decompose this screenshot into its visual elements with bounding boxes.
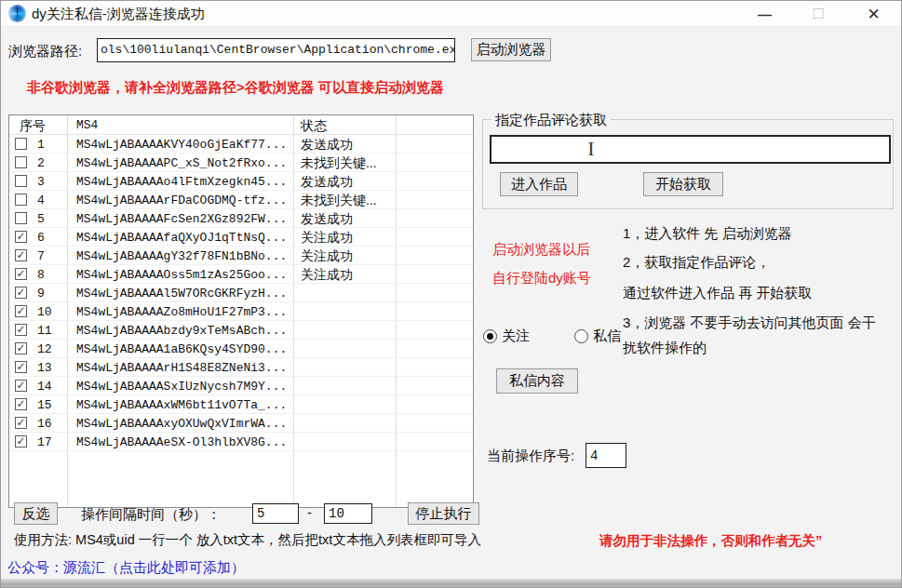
instruction-line: 通过软件进入作品 再 开始获取 bbox=[623, 285, 812, 302]
interval-min-input[interactable]: 5 bbox=[252, 503, 299, 524]
legal-warning-text: 请勿用于非法操作，否则和作者无关” bbox=[599, 532, 822, 550]
row-status: 未找到关键... bbox=[301, 155, 377, 172]
row-checkbox[interactable] bbox=[15, 138, 27, 150]
row-checkbox[interactable]: ✓ bbox=[15, 305, 27, 317]
row-status: 关注成功 bbox=[301, 248, 353, 265]
instruction-line: 2，获取指定作品评论， bbox=[623, 254, 770, 272]
table-row[interactable]: 2MS4wLjABAAAAPC_xS_Not2fRxo...未找到关键... bbox=[9, 154, 473, 172]
work-url-input[interactable] bbox=[490, 135, 891, 164]
dm-radio-label: 私信 bbox=[593, 327, 621, 345]
title-bar: dy关注私信-浏览器连接成功 — ☐ ✕ bbox=[1, 1, 901, 27]
table-row[interactable]: ✓16MS4wLjABAAAAxyOXUwQxVImrWA... bbox=[9, 414, 473, 433]
row-checkbox[interactable]: ✓ bbox=[15, 435, 27, 448]
instruction-line: 1，进入软件 先 启动浏览器 bbox=[623, 225, 792, 243]
header-ms4: MS4 bbox=[76, 118, 98, 132]
row-checkbox[interactable]: ✓ bbox=[15, 268, 27, 280]
table-row[interactable]: 3MS4wLjABAAAAo4lFtmXzegkn45...发送成功 bbox=[9, 172, 473, 191]
row-checkbox[interactable]: ✓ bbox=[15, 324, 27, 336]
window-bottom-edge bbox=[1, 579, 901, 588]
maximize-button[interactable]: ☐ bbox=[798, 1, 840, 27]
table-row[interactable]: 5MS4wLjABAAAAFcSen2XGz892FW...发送成功 bbox=[9, 209, 473, 228]
row-ms4-value: MS4wLjABAAAAbzdy9xTeMsABch... bbox=[76, 324, 287, 338]
row-ms4-value: MS4wLjABAAAAZo8mHoU1F27mP3... bbox=[76, 305, 287, 319]
instruction-line: 扰软件操作的 bbox=[623, 340, 707, 357]
row-number: 9 bbox=[37, 287, 45, 301]
row-checkbox[interactable] bbox=[15, 175, 27, 187]
follow-radio-label: 关注 bbox=[502, 327, 530, 345]
row-number: 16 bbox=[37, 417, 52, 431]
row-checkbox[interactable]: ✓ bbox=[15, 249, 27, 261]
table-row[interactable]: ✓13MS4wLjABAAAArH1S48E8ZNeNi3... bbox=[9, 358, 473, 377]
row-ms4-value: MS4wLjABAAAA1aB6KQsy4SYD90... bbox=[76, 342, 287, 356]
row-number: 10 bbox=[37, 305, 52, 319]
row-checkbox[interactable]: ✓ bbox=[15, 342, 27, 354]
row-status: 发送成功 bbox=[301, 137, 353, 154]
row-ms4-value: MS4wLjABAAAArH1S48E8ZNeNi3... bbox=[76, 361, 287, 375]
header-status: 状态 bbox=[301, 118, 327, 135]
row-status: 发送成功 bbox=[301, 211, 353, 228]
table-row[interactable]: ✓8MS4wLjABAAAAOss5m1zAs25Goo...关注成功 bbox=[9, 265, 473, 284]
table-row[interactable]: ✓10MS4wLjABAAAAZo8mHoU1F27mP3... bbox=[9, 302, 473, 321]
row-number: 1 bbox=[37, 138, 45, 152]
dm-radio[interactable] bbox=[574, 329, 588, 343]
table-row[interactable]: ✓15MS4wLjABAAAAxWM6bt11vO7Ta_... bbox=[9, 395, 473, 414]
row-ms4-value: MS4wLjABAAAASxIUzNycsh7M9Y... bbox=[76, 380, 287, 394]
row-ms4-value: MS4wLjABAAAAfaQXyOJ1qTtNsQ... bbox=[76, 231, 287, 245]
row-checkbox[interactable]: ✓ bbox=[15, 398, 27, 410]
row-number: 11 bbox=[37, 324, 52, 338]
row-ms4-value: MS4wLjABAAAArFDaCOGDMQ-tfz... bbox=[76, 194, 287, 207]
table-row[interactable]: ✓7MS4wLjABAAAAgY32f78FN1bBNo...关注成功 bbox=[9, 247, 473, 265]
row-checkbox[interactable]: ✓ bbox=[15, 231, 27, 243]
row-ms4-value: MS4wLjABAAAAxWM6bt11vO7Ta_... bbox=[76, 398, 287, 412]
row-checkbox[interactable]: ✓ bbox=[15, 287, 27, 299]
row-ms4-value: MS4wLjABAAAAPC_xS_Not2fRxo... bbox=[76, 156, 287, 170]
invert-selection-button[interactable]: 反选 bbox=[14, 502, 58, 525]
row-number: 17 bbox=[37, 435, 52, 449]
minimize-button[interactable]: — bbox=[744, 1, 786, 27]
row-checkbox[interactable]: ✓ bbox=[15, 361, 27, 373]
start-fetch-button[interactable]: 开始获取 bbox=[643, 172, 723, 196]
table-row[interactable]: ✓12MS4wLjABAAAA1aB6KQsy4SYD90... bbox=[9, 340, 473, 358]
interval-max-input[interactable]: 10 bbox=[324, 503, 372, 524]
interval-dash: - bbox=[307, 504, 312, 520]
dm-content-button[interactable]: 私信内容 bbox=[496, 368, 578, 394]
row-status: 关注成功 bbox=[301, 230, 353, 247]
mode-radio-group: 关注 私信 bbox=[483, 327, 621, 345]
current-index-input[interactable]: 4 bbox=[586, 443, 626, 468]
ms4-list[interactable]: 序号 MS4 状态 1MS4wLjABAAAAKVY40oGjEaKf77...… bbox=[8, 114, 474, 508]
table-row[interactable]: 4MS4wLjABAAAArFDaCOGDMQ-tfz...未找到关键... bbox=[9, 191, 473, 209]
row-checkbox[interactable] bbox=[15, 156, 27, 168]
follow-radio[interactable] bbox=[483, 329, 497, 343]
browser-path-input[interactable]: ols\100liulanqi\CentBrowser\Application\… bbox=[97, 38, 455, 62]
row-checkbox[interactable]: ✓ bbox=[15, 417, 27, 429]
row-number: 13 bbox=[37, 361, 52, 375]
row-ms4-value: MS4wLjABAAAAFcSen2XGz892FW... bbox=[76, 212, 287, 226]
launch-browser-button[interactable]: 启动浏览器 bbox=[471, 38, 551, 61]
row-checkbox[interactable] bbox=[15, 212, 27, 224]
table-row[interactable]: 1MS4wLjABAAAAKVY40oGjEaKf77...发送成功 bbox=[9, 135, 473, 154]
row-number: 12 bbox=[37, 342, 52, 356]
row-checkbox[interactable] bbox=[15, 194, 27, 206]
browser-path-label: 浏览器路径: bbox=[8, 43, 82, 60]
list-header: 序号 MS4 状态 bbox=[9, 115, 473, 135]
table-row[interactable]: ✓11MS4wLjABAAAAbzdy9xTeMsABch... bbox=[9, 321, 473, 340]
stop-execution-button[interactable]: 停止执行 bbox=[408, 502, 479, 525]
enter-work-button[interactable]: 进入作品 bbox=[500, 172, 578, 196]
row-checkbox[interactable]: ✓ bbox=[15, 380, 27, 392]
wechat-account-link[interactable]: 公众号：源流汇（点击此处即可添加） bbox=[7, 559, 245, 577]
row-status: 发送成功 bbox=[301, 174, 353, 191]
close-button[interactable]: ✕ bbox=[853, 1, 895, 27]
row-number: 14 bbox=[37, 380, 52, 394]
row-number: 15 bbox=[37, 398, 52, 412]
launch-note-line2: 自行登陆dy账号 bbox=[492, 270, 591, 287]
row-number: 5 bbox=[37, 212, 45, 226]
table-row[interactable]: ✓14MS4wLjABAAAASxIUzNycsh7M9Y... bbox=[9, 377, 473, 395]
table-row[interactable]: ✓6MS4wLjABAAAAfaQXyOJ1qTtNsQ...关注成功 bbox=[9, 228, 473, 247]
table-row[interactable]: ✓17MS4wLjABAAAAeSX-Ol3hlbXV8G... bbox=[9, 433, 473, 451]
row-ms4-value: MS4wLjABAAAAeSX-Ol3hlbXV8G... bbox=[76, 435, 287, 449]
row-number: 2 bbox=[37, 156, 45, 170]
ms4-table-body: 1MS4wLjABAAAAKVY40oGjEaKf77...发送成功2MS4wL… bbox=[9, 135, 473, 507]
row-status: 未找到关键... bbox=[301, 193, 377, 209]
text-cursor-icon: I bbox=[586, 138, 597, 160]
table-row[interactable]: ✓9MS4wLjABAAAAl5W7ORcGKRFyzH... bbox=[9, 284, 473, 302]
